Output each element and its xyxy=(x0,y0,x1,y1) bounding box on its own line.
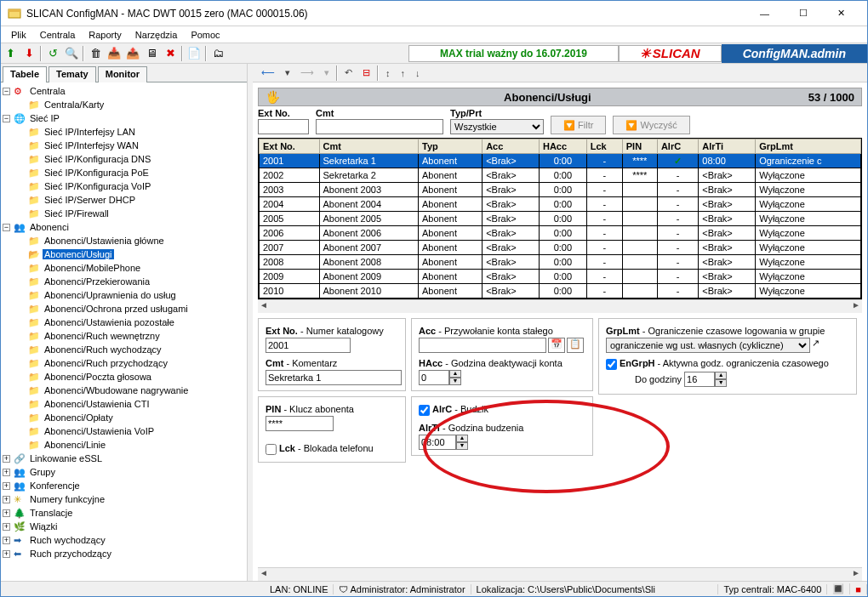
tree-centrala[interactable]: −⚙Centrala xyxy=(3,84,245,98)
dogodz-spinner[interactable]: ▲▼ xyxy=(684,372,727,387)
lck-checkbox[interactable] xyxy=(266,444,277,455)
tree-ab-cti[interactable]: Abonenci/Ustawienia CTI xyxy=(3,397,245,411)
grid-col-header[interactable]: AlrTi xyxy=(699,139,756,154)
grid-header-row[interactable]: Ext No.CmtTypAccHAccLckPINAlrCAlrTiGrpLm… xyxy=(260,139,861,154)
grid-col-header[interactable]: Lck xyxy=(586,139,622,154)
pin-input[interactable] xyxy=(266,416,334,431)
menu-plik[interactable]: Plik xyxy=(4,28,33,42)
tree-ab-ochr[interactable]: Abonenci/Ochrona przed usługami xyxy=(3,302,245,316)
tree-siec-fw[interactable]: Sieć IP/Firewall xyxy=(3,207,245,220)
grid-col-header[interactable]: Ext No. xyxy=(260,139,320,154)
grid-col-header[interactable]: GrpLmt xyxy=(756,139,861,154)
tree-centrala-karty[interactable]: Centrala/Karty xyxy=(3,98,245,111)
tree-linkowanie[interactable]: +🔗Linkowanie eSSL xyxy=(3,452,245,465)
flt-typprt-select[interactable]: Wszystkie xyxy=(450,119,544,134)
tree-siec-dhcp[interactable]: Sieć IP/Serwer DHCP xyxy=(3,193,245,207)
tree-ab-upr[interactable]: Abonenci/Uprawnienia do usług xyxy=(3,288,245,302)
grid-col-header[interactable]: HAcc xyxy=(539,139,586,154)
tree-ab-poczta[interactable]: Abonenci/Poczta głosowa xyxy=(3,370,245,384)
table-row[interactable]: 2002Sekretarka 2Abonent<Brak>0:00-****-<… xyxy=(260,168,861,183)
table-row[interactable]: 2003Abonent 2003Abonent<Brak>0:00--<Brak… xyxy=(260,183,861,197)
tb-x-icon[interactable]: ✖ xyxy=(162,45,179,62)
nav-fwd-icon[interactable]: ⟶ xyxy=(295,67,319,78)
data-grid[interactable]: Ext No.CmtTypAccHAccLckPINAlrCAlrTiGrpLm… xyxy=(258,138,862,299)
hacc-spinner[interactable]: ▲▼ xyxy=(419,370,461,385)
tree-ab-rw[interactable]: Abonenci/Ruch wewnętrzny xyxy=(3,329,245,343)
grid-col-header[interactable]: AlrC xyxy=(657,139,698,154)
acc-input[interactable] xyxy=(419,338,546,353)
grid-col-header[interactable]: Cmt xyxy=(319,139,419,154)
tb-search-icon[interactable]: 🔍 xyxy=(63,45,80,62)
table-row[interactable]: 2008Abonent 2008Abonent<Brak>0:00--<Brak… xyxy=(260,255,861,270)
undo-icon[interactable]: ↶ xyxy=(340,67,357,78)
flt-cmt-input[interactable] xyxy=(316,119,443,134)
table-row[interactable]: 2009Abonent 2009Abonent<Brak>0:00--<Brak… xyxy=(260,270,861,284)
tree-translacje[interactable]: +🌲Translacje xyxy=(3,506,245,520)
table-row[interactable]: 2005Abonent 2005Abonent<Brak>0:00--<Brak… xyxy=(260,212,861,226)
down-icon[interactable]: ↓ xyxy=(410,68,425,78)
menu-raporty[interactable]: Raporty xyxy=(82,28,128,42)
tab-monitor[interactable]: Monitor xyxy=(98,66,147,82)
cmt-input[interactable] xyxy=(266,370,402,385)
tree-ab-linie[interactable]: Abonenci/Linie xyxy=(3,438,245,452)
tree-numery-f[interactable]: +✳Numery funkcyjne xyxy=(3,492,245,506)
tree-ab-oplaty[interactable]: Abonenci/Opłaty xyxy=(3,411,245,424)
grid-col-header[interactable]: Typ xyxy=(419,139,483,154)
table-row[interactable]: 2007Abonent 2007Abonent<Brak>0:00--<Brak… xyxy=(260,241,861,255)
tree-ab-ust-voip[interactable]: Abonenci/Ustawienia VoIP xyxy=(3,424,245,438)
tree-siec-lan[interactable]: Sieć IP/Interfejsy LAN xyxy=(3,125,245,139)
tree-grupy[interactable]: +👥Grupy xyxy=(3,465,245,479)
tab-tematy[interactable]: Tematy xyxy=(49,66,96,82)
nav-tree[interactable]: −⚙Centrala Centrala/Karty −🌐Sieć IP Sieć… xyxy=(1,82,247,581)
tree-siec-ip[interactable]: −🌐Sieć IP xyxy=(3,111,245,125)
sort-icon[interactable]: ↕ xyxy=(380,68,396,78)
calendar-icon[interactable]: 📅 xyxy=(548,338,565,353)
tree-konferencje[interactable]: +👥Konferencje xyxy=(3,479,245,492)
filter-button[interactable]: 🔽 Filtr xyxy=(551,116,606,134)
tree-ab-ust-poz[interactable]: Abonenci/Ustawienia pozostałe xyxy=(3,316,245,329)
table-row[interactable]: 2010Abonent 2010Abonent<Brak>0:00--<Brak… xyxy=(260,284,861,298)
menu-pomoc[interactable]: Pomoc xyxy=(184,28,226,42)
tree-ab-uslugi[interactable]: Abonenci/Usługi xyxy=(3,247,245,261)
tree-wiazki[interactable]: +🌿Wiązki xyxy=(3,520,245,533)
tree-ab-rwy[interactable]: Abonenci/Ruch wychodzący xyxy=(3,343,245,356)
tree-ruch-wy[interactable]: +➡Ruch wychodzący xyxy=(3,533,245,547)
tree-ab-rprz[interactable]: Abonenci/Ruch przychodzący xyxy=(3,356,245,370)
alrc-checkbox[interactable] xyxy=(419,405,430,416)
clear-button[interactable]: 🔽 Wyczyść xyxy=(613,116,689,134)
ext-icon[interactable]: ↗ xyxy=(812,338,819,353)
up-icon[interactable]: ↑ xyxy=(396,68,411,78)
tree-ab-ust-gl[interactable]: Abonenci/Ustawienia główne xyxy=(3,234,245,247)
stop-icon[interactable]: ⊟ xyxy=(357,67,375,78)
table-row[interactable]: 2006Abonent 2006Abonent<Brak>0:00--<Brak… xyxy=(260,226,861,241)
grid-col-header[interactable]: Acc xyxy=(483,139,540,154)
tree-ruch-prz[interactable]: +⬅Ruch przychodzący xyxy=(3,547,245,560)
nav-back-menu-icon[interactable]: ▾ xyxy=(280,67,295,78)
list-icon[interactable]: 📋 xyxy=(567,338,584,353)
tb-delete-icon[interactable]: 🗑 xyxy=(87,45,104,62)
tree-siec-wan[interactable]: Sieć IP/Interfejsy WAN xyxy=(3,139,245,152)
tb-monitor-icon[interactable]: 🖥 xyxy=(143,45,160,62)
grid-hscroll[interactable] xyxy=(258,299,862,313)
tree-ab-nagr[interactable]: Abonenci/Wbudowane nagrywanie xyxy=(3,384,245,397)
tree-abonenci[interactable]: −👥Abonenci xyxy=(3,220,245,234)
tb-doc-icon[interactable]: 📄 xyxy=(186,45,203,62)
tb-layers-icon[interactable]: 🗂 xyxy=(209,45,226,62)
grid-col-header[interactable]: PIN xyxy=(622,139,657,154)
detail-hscroll[interactable] xyxy=(258,567,862,581)
nav-fwd-menu-icon[interactable]: ▾ xyxy=(319,67,334,78)
minimize-button[interactable]: — xyxy=(745,2,784,26)
tree-siec-dns[interactable]: Sieć IP/Konfiguracja DNS xyxy=(3,152,245,166)
tb-db-up-icon[interactable]: 📥 xyxy=(106,45,123,62)
tree-siec-poe[interactable]: Sieć IP/Konfiguracja PoE xyxy=(3,166,245,179)
nav-back-icon[interactable]: ⟵ xyxy=(256,67,280,78)
menu-narzedzia[interactable]: Narzędzia xyxy=(128,28,185,42)
tree-siec-voip[interactable]: Sieć IP/Konfiguracja VoIP xyxy=(3,179,245,193)
tree-ab-przek[interactable]: Abonenci/Przekierowania xyxy=(3,275,245,288)
flt-extno-input[interactable] xyxy=(258,119,309,134)
tb-download-icon[interactable]: ⬇ xyxy=(20,45,37,62)
alrti-spinner[interactable]: ▲▼ xyxy=(419,435,468,450)
tb-refresh-icon[interactable]: ↺ xyxy=(44,45,61,62)
grplmt-select[interactable]: ograniczenie wg ust. własnych (cykliczne… xyxy=(606,338,810,353)
menu-centrala[interactable]: Centrala xyxy=(33,28,83,42)
